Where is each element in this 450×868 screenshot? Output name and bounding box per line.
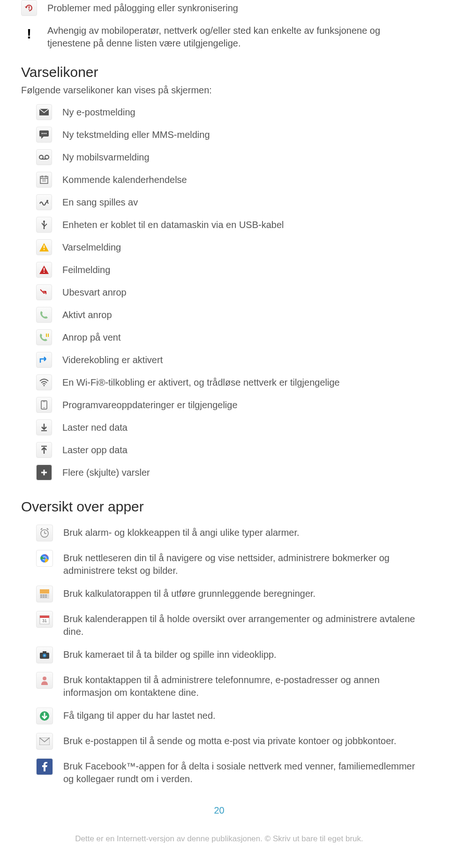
- list-item-label: Problemer med pålogging eller synkronise…: [47, 0, 417, 15]
- list-item: En sang spilles av: [36, 194, 417, 210]
- svg-rect-26: [48, 334, 49, 337]
- footer-text: Dette er en Internett-versjon av denne p…: [21, 834, 417, 845]
- sync-problem-icon: [21, 0, 37, 16]
- contacts-icon: [36, 672, 53, 689]
- list-item-label: Laster opp data: [62, 442, 417, 457]
- call-on-hold-icon: [36, 329, 52, 345]
- list-item-label: Ny mobilsvarmelding: [62, 149, 417, 164]
- list-item: Enheten er koblet til en datamaskin via …: [36, 217, 417, 233]
- svg-rect-1: [29, 9, 30, 10]
- list-item-label: Feilmelding: [62, 262, 417, 276]
- list-item-label: Programvareoppdateringer er tilgjengelig…: [62, 397, 417, 411]
- list-item: Bruk kontaktappen til å administrere tel…: [36, 672, 417, 699]
- alarm-clock-icon: [36, 525, 53, 541]
- calendar-app-icon: 31: [36, 611, 53, 628]
- browser-icon: [36, 550, 53, 567]
- list-item-label: Bruk kalkulatorappen til å utføre grunnl…: [63, 586, 417, 600]
- list-item: Ubesvart anrop: [36, 284, 417, 300]
- list-item-label: Ny e-postmelding: [62, 104, 417, 119]
- svg-rect-47: [40, 594, 42, 596]
- varselikoner-list: Ny e-postmelding Ny tekstmelding eller M…: [21, 104, 417, 480]
- section-subhead-varselikoner: Følgende varselikoner kan vises på skjer…: [21, 84, 417, 97]
- svg-rect-22: [44, 249, 45, 250]
- camera-icon: [36, 647, 53, 663]
- warning-note: ! Avhengig av mobiloperatør, nettverk og…: [21, 24, 417, 50]
- list-item: Bruk e-postappen til å sende og motta e-…: [36, 733, 417, 750]
- list-item: Bruk alarm- og klokkeappen til å angi ul…: [36, 525, 417, 541]
- list-item-label: Flere (skjulte) varsler: [62, 464, 417, 479]
- list-item-label: Bruk alarm- og klokkeappen til å angi ul…: [63, 525, 417, 539]
- warning-note-text: Avhengig av mobiloperatør, nettverk og/e…: [47, 24, 417, 50]
- list-item: Feilmelding: [36, 262, 417, 278]
- list-item-label: Bruk nettleseren din til å navigere og v…: [63, 550, 417, 577]
- svg-point-27: [44, 385, 45, 386]
- list-item: Problemer med pålogging eller synkronise…: [21, 0, 417, 16]
- section-heading-apps: Oversikt over apper: [21, 497, 417, 517]
- list-item: Bruk kalkulatorappen til å utføre grunnl…: [36, 586, 417, 602]
- svg-point-7: [39, 155, 43, 159]
- list-item: Ny tekstmelding eller MMS-melding: [36, 127, 417, 143]
- list-item: Få tilgang til apper du har lastet ned.: [36, 708, 417, 724]
- upload-icon: [36, 442, 52, 458]
- svg-point-60: [43, 677, 46, 680]
- list-item-label: Viderekobling er aktivert: [62, 352, 417, 366]
- section-heading-varselikoner: Varselikoner: [21, 63, 417, 82]
- email-icon: [36, 104, 52, 120]
- list-item: Anrop på vent: [36, 329, 417, 345]
- svg-point-5: [44, 133, 45, 134]
- exclamation-icon: !: [21, 24, 37, 44]
- list-item-label: Bruk Facebook™-appen for å delta i sosia…: [63, 758, 417, 785]
- list-item-label: Bruk kontaktappen til å administrere tel…: [63, 672, 417, 699]
- page-content: Problemer med pålogging eller synkronise…: [0, 0, 450, 845]
- list-item-label: Få tilgang til apper du har lastet ned.: [63, 708, 417, 722]
- svg-rect-19: [42, 223, 43, 224]
- list-item-label: Bruk kalenderappen til å holde oversikt …: [63, 611, 417, 638]
- svg-point-16: [46, 200, 48, 202]
- list-item-label: En sang spilles av: [62, 194, 417, 209]
- missed-call-icon: [36, 284, 52, 300]
- svg-rect-45: [40, 589, 49, 594]
- list-item: Laster ned data: [36, 419, 417, 435]
- list-item-label: Kommende kalenderhendelse: [62, 172, 417, 186]
- calendar-event-icon: [36, 172, 52, 188]
- list-item-label: Laster ned data: [62, 419, 417, 434]
- apps-list: Bruk alarm- og klokkeappen til å angi ul…: [21, 525, 417, 785]
- svg-rect-0: [29, 6, 30, 8]
- list-item-label: Bruk kameraet til å ta bilder og spille …: [63, 647, 417, 661]
- svg-rect-49: [45, 594, 47, 596]
- svg-rect-25: [46, 334, 47, 337]
- usb-icon: [36, 217, 52, 233]
- list-item-label: Ny tekstmelding eller MMS-melding: [62, 127, 417, 141]
- svg-rect-48: [43, 594, 45, 596]
- list-item: Flere (skjulte) varsler: [36, 464, 417, 480]
- list-item: En Wi-Fi®-tilkobling er aktivert, og trå…: [36, 374, 417, 390]
- list-item-label: En Wi-Fi®-tilkobling er aktivert, og trå…: [62, 374, 417, 389]
- list-item-label: Varselmelding: [62, 239, 417, 254]
- warning-icon: [36, 239, 52, 255]
- list-item: Varselmelding: [36, 239, 417, 255]
- svg-rect-21: [44, 245, 45, 248]
- svg-rect-57: [43, 651, 46, 653]
- list-item: Ny e-postmelding: [36, 104, 417, 120]
- sms-icon: [36, 127, 52, 143]
- list-item: Bruk nettleseren din til å navigere og v…: [36, 550, 417, 577]
- list-item: Kommende kalenderhendelse: [36, 172, 417, 188]
- list-item-label: Ubesvart anrop: [62, 284, 417, 299]
- list-item: 31 Bruk kalenderappen til å holde oversi…: [36, 611, 417, 638]
- list-item: Bruk Facebook™-appen for å delta i sosia…: [36, 758, 417, 785]
- svg-point-4: [42, 133, 43, 134]
- list-item-label: Anrop på vent: [62, 329, 417, 344]
- software-update-icon: [36, 397, 52, 413]
- list-item-label: Aktivt anrop: [62, 307, 417, 321]
- list-item: Viderekobling er aktivert: [36, 352, 417, 368]
- list-item-label: Enheten er koblet til en datamaskin via …: [62, 217, 417, 231]
- more-notifications-icon: [36, 464, 52, 480]
- calculator-icon: [36, 586, 53, 602]
- svg-rect-23: [44, 268, 45, 271]
- page-number: 20: [21, 804, 417, 817]
- svg-text:31: 31: [42, 618, 47, 623]
- svg-rect-52: [45, 596, 47, 598]
- svg-point-6: [45, 133, 47, 134]
- svg-point-20: [46, 223, 47, 225]
- svg-line-41: [47, 528, 48, 530]
